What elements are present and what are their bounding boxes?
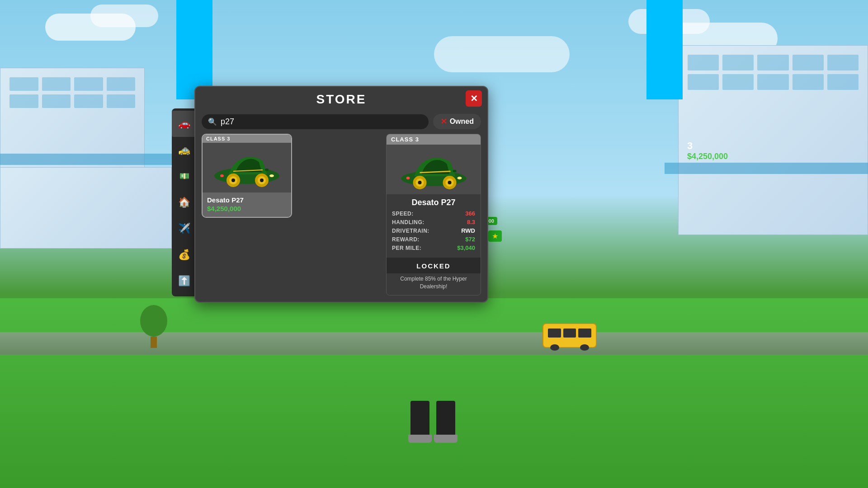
stat-row-handling: HANDLING: 8.3 <box>392 219 475 225</box>
pillar-right <box>646 0 683 99</box>
svg-point-16 <box>448 181 451 184</box>
handling-label: HANDLING: <box>392 219 425 225</box>
store-window: STORE ✕ 🔍 ✕ Owned CLASS 3 <box>194 86 488 303</box>
drivetrain-label: DRIVETRAIN: <box>392 228 429 234</box>
close-button[interactable]: ✕ <box>466 90 482 107</box>
detail-car-svg <box>394 147 473 192</box>
sidebar-item-upload[interactable]: ⬆️ <box>172 268 197 294</box>
sidebar: 🚗 🚕 💵 🏠 ✈️ 💰 ⬆️ <box>172 108 197 296</box>
sidebar-item-taxi[interactable]: 🚕 <box>172 137 197 163</box>
detail-stats: SPEED: 366 HANDLING: 8.3 DRIVETRAIN: RWD… <box>387 210 481 256</box>
store-content: CLASS 3 <box>195 134 487 302</box>
owned-label: Owned <box>450 117 474 126</box>
building-stripe-left <box>0 154 172 165</box>
detail-panel: CLASS 3 <box>386 134 481 296</box>
svg-point-7 <box>269 174 274 177</box>
detail-car-name: Desato P27 <box>387 194 481 210</box>
handling-value: 8.3 <box>467 219 475 225</box>
car-grid: CLASS 3 <box>202 134 382 296</box>
sidebar-item-plane[interactable]: ✈️ <box>172 216 197 242</box>
car-card-price: $4,250,000 <box>207 205 287 212</box>
stat-row-per-mile: PER MILE: $3,040 <box>392 244 475 251</box>
car-card-image <box>203 143 291 192</box>
car-card-class-badge: CLASS 3 <box>203 135 291 143</box>
svg-point-8 <box>220 174 224 177</box>
pillar-left <box>176 0 212 99</box>
drivetrain-value: RWD <box>461 227 475 234</box>
bg-price-label: $4,250,000 <box>687 152 728 161</box>
search-input-wrap: 🔍 <box>202 114 429 129</box>
speed-label: SPEED: <box>392 211 414 217</box>
car-card-desato-p27[interactable]: CLASS 3 <box>202 134 292 218</box>
sidewalk <box>0 332 868 355</box>
per-mile-value: $3,040 <box>457 244 475 251</box>
stat-row-drivetrain: DRIVETRAIN: RWD <box>392 227 475 234</box>
owned-filter-button[interactable]: ✕ Owned <box>433 114 481 129</box>
locked-button[interactable]: LOCKED <box>387 258 481 273</box>
star-indicator: ★ <box>488 230 502 242</box>
svg-rect-9 <box>265 169 269 171</box>
sidebar-item-home[interactable]: 🏠 <box>172 189 197 216</box>
svg-point-13 <box>418 181 421 184</box>
reward-value: $72 <box>465 236 475 243</box>
ground <box>0 298 868 488</box>
per-mile-label: PER MILE: <box>392 245 421 251</box>
sidebar-item-car[interactable]: 🚗 <box>172 111 197 137</box>
sidebar-item-money-car[interactable]: 💵 <box>172 163 197 189</box>
reward-label: REWARD: <box>392 236 420 243</box>
svg-point-6 <box>260 178 264 182</box>
cloud-5 <box>434 36 570 72</box>
svg-point-18 <box>406 177 410 179</box>
detail-class-badge: CLASS 3 <box>387 134 481 145</box>
car-card-info: Desato P27 $4,250,000 <box>203 192 291 217</box>
locked-description: Complete 85% of the Hyper Dealership! <box>387 273 481 295</box>
search-icon: 🔍 <box>208 117 217 126</box>
yellow-bus <box>542 323 597 348</box>
store-header: STORE ✕ <box>195 87 487 110</box>
detail-car-image <box>387 145 481 194</box>
sidebar-item-money-bag[interactable]: 💰 <box>172 242 197 268</box>
stat-row-reward: REWARD: $72 <box>392 236 475 243</box>
search-input[interactable] <box>221 117 422 127</box>
svg-point-3 <box>231 178 235 182</box>
building-stripe-right <box>665 163 868 174</box>
svg-point-17 <box>457 177 462 179</box>
building-left-lower <box>0 167 172 249</box>
speed-value: 366 <box>465 210 475 217</box>
character <box>410 401 458 443</box>
car-card-name: Desato P27 <box>207 196 287 204</box>
cloud-2 <box>90 5 158 27</box>
car-image-svg <box>208 145 285 190</box>
bg-class3-label: 3 <box>687 140 728 152</box>
svg-rect-19 <box>453 170 456 172</box>
tree-left <box>140 305 167 348</box>
owned-x-icon: ✕ <box>440 117 447 127</box>
store-search-bar: 🔍 ✕ Owned <box>195 110 487 134</box>
bg-class3-container: 3 $4,250,000 <box>687 140 728 161</box>
store-title: STORE <box>316 92 367 106</box>
stat-row-speed: SPEED: 366 <box>392 210 475 217</box>
